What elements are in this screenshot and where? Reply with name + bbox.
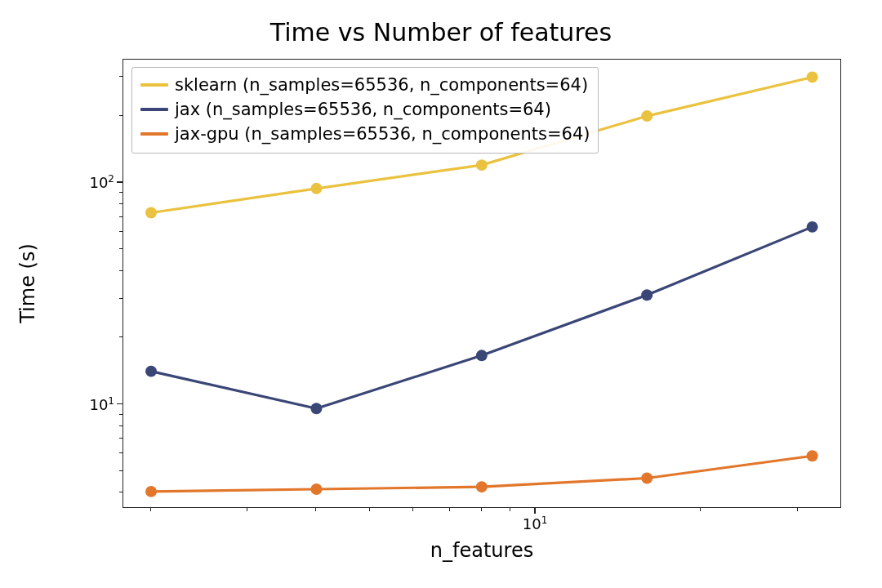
y-minor-tick — [119, 470, 122, 471]
data-point — [807, 71, 818, 82]
data-point — [641, 110, 653, 122]
data-point — [476, 481, 488, 492]
y-minor-tick — [119, 231, 122, 232]
x-tick-label: 101 — [523, 514, 548, 532]
x-minor-tick — [449, 508, 450, 511]
y-tick-label: 101 — [65, 395, 114, 413]
y-minor-tick — [119, 336, 122, 337]
legend-label: jax-gpu (n_samples=65536, n_components=6… — [175, 124, 590, 144]
x-axis-label: n_features — [122, 539, 841, 562]
x-minor-tick — [247, 508, 247, 511]
y-minor-tick — [119, 414, 122, 415]
data-point — [310, 483, 322, 495]
legend-entry: jax-gpu (n_samples=65536, n_components=6… — [140, 122, 590, 146]
data-point — [807, 450, 818, 461]
x-minor-tick — [412, 508, 413, 511]
legend-swatch — [140, 132, 168, 135]
y-tick-mark — [117, 181, 122, 182]
data-point — [145, 366, 157, 377]
data-point — [476, 350, 488, 361]
y-minor-tick — [119, 203, 122, 204]
y-minor-tick — [119, 216, 122, 217]
y-minor-tick — [119, 452, 122, 453]
data-point — [310, 183, 322, 194]
x-minor-tick — [369, 508, 370, 511]
y-tick-mark — [117, 403, 122, 404]
y-minor-tick — [119, 76, 122, 77]
legend: sklearn (n_samples=65536, n_components=6… — [131, 67, 599, 154]
legend-entry: sklearn (n_samples=65536, n_components=6… — [140, 73, 590, 97]
y-minor-tick — [119, 492, 122, 492]
legend-entry: jax (n_samples=65536, n_components=64) — [140, 97, 590, 122]
data-point — [476, 159, 488, 171]
y-minor-tick — [119, 425, 122, 426]
x-minor-tick — [510, 508, 510, 511]
y-minor-tick — [119, 192, 122, 193]
x-minor-tick — [315, 508, 316, 511]
y-minor-tick — [119, 270, 122, 271]
x-minor-tick — [150, 508, 151, 511]
x-minor-tick — [797, 508, 798, 511]
chart-title: Time vs Number of features — [0, 18, 882, 47]
x-minor-tick — [481, 508, 482, 511]
legend-label: sklearn (n_samples=65536, n_components=6… — [175, 75, 588, 95]
y-minor-tick — [119, 438, 122, 439]
y-minor-tick — [119, 248, 122, 249]
data-point — [807, 221, 818, 233]
data-point — [641, 472, 653, 483]
data-point — [145, 486, 157, 497]
y-minor-tick — [119, 298, 122, 299]
y-minor-tick — [119, 115, 122, 116]
y-tick-label: 102 — [65, 173, 114, 191]
legend-swatch — [140, 108, 168, 110]
series-line — [151, 227, 813, 408]
legend-swatch — [140, 83, 168, 86]
data-point — [641, 289, 653, 301]
chart-figure: Time vs Number of features Time (s) n_fe… — [0, 0, 882, 588]
x-tick-mark — [534, 508, 535, 514]
x-minor-tick — [700, 508, 701, 511]
y-axis-label: Time (s) — [16, 59, 49, 508]
data-point — [145, 207, 157, 219]
legend-label: jax (n_samples=65536, n_components=64) — [175, 100, 551, 119]
data-point — [310, 403, 322, 414]
